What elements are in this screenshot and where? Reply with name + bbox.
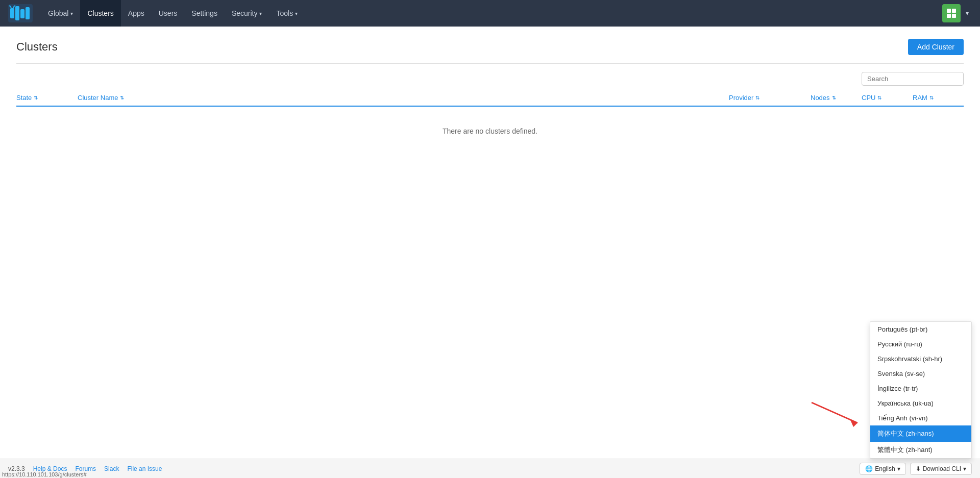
svg-marker-10 [850, 419, 857, 427]
th-nodes[interactable]: Nodes ⇅ [811, 94, 862, 102]
file-issue-link[interactable]: File an Issue [127, 465, 162, 472]
sort-icon: ⇅ [34, 95, 38, 100]
nav-item-security[interactable]: Security ▾ [225, 0, 270, 27]
main-content: Clusters Add Cluster State ⇅ Cluster Nam… [0, 27, 980, 168]
chevron-down-icon: ▾ [963, 465, 966, 472]
lang-option-pt-br[interactable]: Português (pt-br) [870, 322, 971, 337]
nav-item-users[interactable]: Users [152, 0, 185, 27]
help-docs-link[interactable]: Help & Docs [33, 465, 67, 472]
nav-item-settings[interactable]: Settings [184, 0, 225, 27]
nav-item-clusters[interactable]: Clusters [80, 0, 120, 27]
sort-icon: ⇅ [120, 95, 124, 100]
svg-rect-7 [947, 14, 951, 18]
svg-line-9 [812, 402, 857, 423]
language-dropdown-list[interactable]: Português (pt-br)Русский (ru-ru)Srpskohr… [870, 322, 971, 458]
chevron-down-icon: ▾ [897, 465, 900, 472]
sort-icon: ⇅ [832, 95, 836, 100]
version-label: v2.3.3 [8, 465, 25, 472]
sort-icon: ⇅ [755, 95, 760, 100]
logo [8, 3, 35, 23]
lang-option-vi-vn[interactable]: Tiếng Anh (vi-vn) [870, 411, 971, 425]
lang-option-uk-ua[interactable]: Українська (uk-ua) [870, 396, 971, 411]
lang-option-tr-tr[interactable]: İngilizce (tr-tr) [870, 381, 971, 396]
svg-rect-5 [947, 9, 951, 13]
lang-option-zh-hans[interactable]: 简体中文 (zh-hans) [870, 425, 971, 442]
chevron-down-icon: ▾ [295, 11, 298, 16]
svg-rect-1 [10, 8, 14, 18]
lang-option-sv-se[interactable]: Svenska (sv-se) [870, 366, 971, 381]
user-avatar-button[interactable] [942, 4, 961, 22]
svg-rect-4 [26, 7, 30, 19]
navbar-right: ▾ [942, 4, 972, 22]
th-cluster-name[interactable]: Cluster Name ⇅ [78, 94, 729, 102]
lang-option-ru-ru[interactable]: Русский (ru-ru) [870, 337, 971, 351]
sort-icon: ⇅ [877, 95, 881, 100]
chevron-down-icon: ▾ [259, 11, 262, 16]
download-icon: ⬇ [916, 465, 921, 472]
forums-link[interactable]: Forums [75, 465, 96, 472]
svg-rect-6 [952, 9, 956, 13]
th-provider[interactable]: Provider ⇅ [729, 94, 811, 102]
th-cpu[interactable]: CPU ⇅ [862, 94, 913, 102]
chevron-down-icon: ▾ [70, 11, 73, 16]
sort-icon: ⇅ [929, 95, 934, 100]
svg-rect-3 [20, 9, 24, 18]
user-menu-caret[interactable]: ▾ [963, 8, 972, 19]
lang-option-zh-hant[interactable]: 繁體中文 (zh-hant) [870, 442, 971, 458]
search-input[interactable] [862, 72, 964, 86]
globe-icon: 🌐 [865, 465, 873, 472]
red-arrow-indicator [806, 397, 868, 430]
lang-option-sh-hr[interactable]: Srpskohrvatski (sh-hr) [870, 351, 971, 366]
nav-item-tools[interactable]: Tools ▾ [269, 0, 305, 27]
page-header: Clusters Add Cluster [16, 39, 964, 55]
table-toolbar [16, 72, 964, 86]
page-title: Clusters [16, 40, 58, 54]
nav-item-global[interactable]: Global ▾ [41, 0, 80, 27]
nav-item-apps[interactable]: Apps [121, 0, 152, 27]
svg-rect-8 [952, 14, 956, 18]
footer: v2.3.3 Help & Docs Forums Slack File an … [0, 459, 980, 478]
language-selector-button[interactable]: 🌐 English ▾ [860, 463, 905, 475]
empty-state: There are no clusters defined. [16, 107, 964, 156]
svg-rect-2 [15, 6, 19, 20]
th-state[interactable]: State ⇅ [16, 94, 78, 102]
divider [16, 63, 964, 64]
th-ram[interactable]: RAM ⇅ [913, 94, 964, 102]
download-cli-button[interactable]: ⬇ Download CLI ▾ [910, 463, 972, 475]
add-cluster-button[interactable]: Add Cluster [908, 39, 964, 55]
slack-link[interactable]: Slack [104, 465, 119, 472]
footer-right: 🌐 English ▾ ⬇ Download CLI ▾ [860, 463, 972, 475]
navbar: Global ▾ Clusters Apps Users Settings Se… [0, 0, 980, 27]
language-dropdown: Português (pt-br)Русский (ru-ru)Srpskohr… [870, 321, 972, 459]
table-header-row: State ⇅ Cluster Name ⇅ Provider ⇅ Nodes … [16, 90, 964, 107]
